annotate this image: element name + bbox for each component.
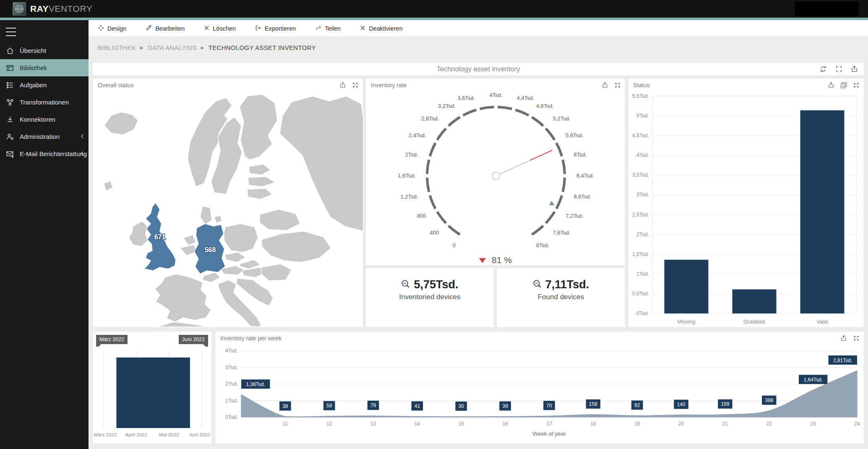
svg-text:388: 388 (765, 397, 773, 403)
sidebar-item-uebersicht[interactable]: Übersicht (0, 42, 89, 59)
data-point-label: 41 (412, 401, 423, 410)
expand-icon[interactable] (352, 82, 359, 89)
bearbeiten-button[interactable]: Bearbeiten (146, 25, 185, 32)
brand-bold: RAY (30, 4, 49, 13)
data-point-label: 158 (586, 399, 600, 409)
brand-name: RAYVENTORY (30, 4, 92, 14)
teilen-button[interactable]: Teilen (315, 25, 341, 32)
svg-text:30: 30 (459, 403, 464, 409)
breadcrumb-item-data-analysis[interactable]: DATA ANALYSIS (148, 44, 196, 51)
svg-text:79: 79 (370, 402, 376, 408)
map-region-romania (261, 264, 292, 281)
design-button[interactable]: Design (98, 25, 126, 32)
connectors-icon (6, 115, 14, 124)
map-region-france (155, 274, 211, 322)
range-end-badge[interactable]: Juni 2022 (179, 335, 208, 344)
range-start-badge[interactable]: März 2022 (96, 335, 128, 344)
toolbar-button-label: Design (107, 25, 126, 32)
map-region-iceland (104, 112, 138, 135)
kpi-card-inventoried-devices: 5,75Tsd. Inventoried devices (365, 268, 494, 328)
svg-text:2,81Tsd.: 2,81Tsd. (833, 358, 852, 363)
sidebar-item-email-berichterstattung[interactable]: E-Mail Berichterstattung (0, 145, 89, 162)
map-region-spain (155, 322, 214, 328)
sidebar-item-label: Transformationen (20, 99, 69, 106)
bar-valid[interactable] (800, 110, 845, 313)
weekly-area-chart[interactable]: 0Tsd.1Tsd.2Tsd.3Tsd.4Tsd.111213141516171… (215, 332, 865, 444)
brand-light: VENTORY (49, 4, 92, 13)
month-tick-label: Juni 2022 (189, 432, 210, 437)
data-point-label: 38 (279, 401, 291, 410)
share-icon[interactable] (339, 82, 346, 89)
share-icon[interactable] (602, 82, 608, 89)
week-tick-label: 23 (810, 421, 816, 427)
gauge-tick-label: 6Tsd. (573, 151, 586, 158)
week-tick-label: 16 (502, 421, 508, 427)
deaktivieren-button[interactable]: Deaktivieren (360, 25, 403, 32)
y-axis-tick-label: 1,5Tsd. (632, 251, 649, 257)
svg-text:39: 39 (502, 403, 508, 409)
sidebar-item-bibliothek[interactable]: Bibliothek (0, 59, 89, 76)
gauge-tick-label: 4,8Tsd. (536, 103, 554, 109)
toolbar-button-label: Löschen (213, 25, 236, 32)
expand-icon[interactable] (853, 335, 860, 342)
map-region-latvia (248, 177, 275, 187)
share-icon[interactable] (828, 82, 834, 89)
expand-icon[interactable] (614, 82, 621, 89)
sidebar-item-transformationen[interactable]: Transformationen (0, 94, 89, 111)
sidebar-item-administration[interactable]: Administration (0, 128, 89, 145)
share-icon[interactable] (840, 335, 847, 342)
gauge-tick-label: 6,4Tsd. (576, 172, 594, 179)
search-details-icon (401, 279, 410, 290)
panel-date-range: März 2022 Juni 2022 März 2022April 2022M… (92, 331, 212, 444)
dashboard-title: Technology asset inventory (436, 65, 520, 73)
refresh-icon[interactable] (820, 65, 827, 73)
app-header: RAYVENTORY (0, 0, 868, 18)
breadcrumb-item-current: TECHNOLOGY ASSET INVENTORY (209, 44, 316, 51)
loeschen-button[interactable]: Löschen (204, 25, 236, 32)
layers-check-icon[interactable] (840, 82, 847, 89)
sidebar-item-aufgaben[interactable]: Aufgaben (0, 76, 89, 94)
month-tick-label: März 2022 (94, 432, 117, 437)
gauge-needle-hub (492, 172, 500, 180)
gauge-tick-label: 7,6Tsd. (553, 230, 571, 236)
gauge-tick-label: 800 (417, 213, 426, 219)
gauge-tick-label: 2,8Tsd. (421, 115, 439, 122)
y-axis-tick-label: 0Tsd. (636, 311, 649, 316)
exportieren-button[interactable]: Exportieren (255, 25, 296, 32)
breadcrumb-item-bibliothek[interactable]: BIBLIOTHEK (98, 44, 136, 51)
toolbar-button-label: Deaktivieren (369, 25, 403, 32)
month-tick-label: April 2022 (125, 432, 147, 437)
data-point-label: 1,64Tsd. (799, 375, 827, 384)
gauge-chart[interactable]: 04008001,2Tsd.1,6Tsd.2Tsd.2,4Tsd.2,8Tsd.… (366, 78, 626, 266)
bar-missing[interactable] (665, 260, 709, 313)
map-region-faroe (104, 181, 113, 191)
week-tick-label: 21 (722, 421, 728, 427)
expand-icon[interactable] (853, 82, 860, 89)
date-range-slider[interactable]: März 2022April 2022Mai 2022Juni 2022 (93, 332, 212, 444)
y-axis-tick-label: 5Tsd. (636, 113, 649, 119)
hamburger-menu-icon[interactable] (6, 28, 16, 36)
status-bar-chart[interactable]: 0Tsd.0,5Tsd.1Tsd.1,5Tsd.2Tsd.2,5Tsd.3Tsd… (628, 78, 865, 328)
map-region-ukraine (261, 231, 331, 262)
sidebar-item-label: Aufgaben (20, 81, 47, 89)
sidebar-item-label: Konnektoren (20, 116, 55, 123)
svg-text:1,36Tsd.: 1,36Tsd. (246, 381, 265, 387)
panel-status: Status 0Tsd.0,5Tsd.1Tsd.1,5Tsd.2Tsd.2,5T… (628, 78, 864, 328)
toolbar-button-label: Bearbeiten (155, 25, 185, 32)
map-region-czechia (224, 252, 245, 262)
sidebar-item-konnektoren[interactable]: Konnektoren (0, 111, 89, 128)
panel-title: Status (633, 82, 650, 89)
bar-outdated[interactable] (732, 290, 777, 313)
data-point-label: 388 (762, 396, 776, 405)
focus-brackets-icon[interactable] (835, 65, 842, 73)
gauge-arc-segment (556, 196, 562, 209)
svg-text:41: 41 (414, 403, 420, 409)
gauge-arc-segment (430, 196, 435, 209)
share-icon[interactable] (851, 65, 858, 73)
map-region-ireland (129, 221, 148, 246)
range-selection[interactable] (116, 358, 190, 428)
panel-overall-status: Overall status (92, 78, 363, 328)
map-region-netherlands (183, 235, 196, 245)
map-region-belarus (260, 209, 300, 230)
gauge-arc-segment (498, 107, 512, 109)
